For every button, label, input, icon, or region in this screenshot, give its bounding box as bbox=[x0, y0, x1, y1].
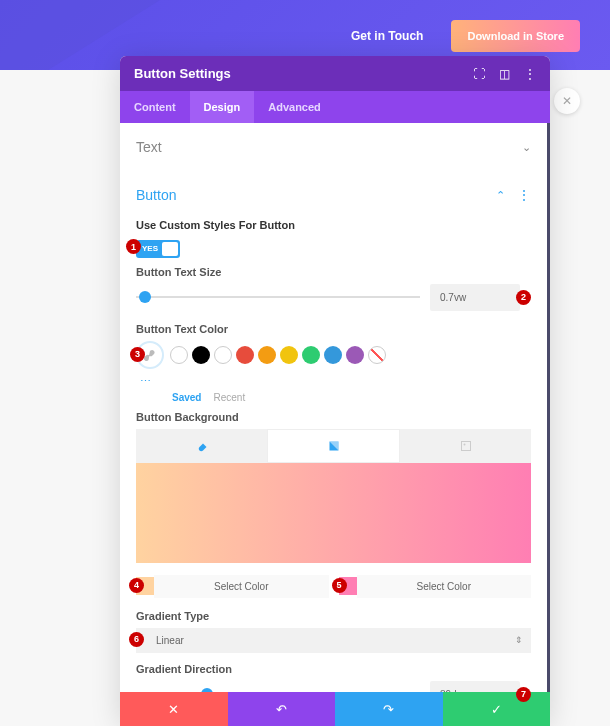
grad-type-select[interactable]: 6 Linear bbox=[136, 628, 531, 653]
modal-header: Button Settings ⛶ ◫ ⋮ bbox=[120, 56, 550, 91]
tab-design[interactable]: Design bbox=[190, 91, 255, 123]
settings-modal: Button Settings ⛶ ◫ ⋮ Content Design Adv… bbox=[120, 56, 550, 723]
get-in-touch-link[interactable]: Get in Touch bbox=[351, 29, 423, 43]
swatch-white-2[interactable] bbox=[214, 346, 232, 364]
custom-styles-label: Use Custom Styles For Button bbox=[136, 219, 531, 231]
section-text: Text ⌄ bbox=[120, 123, 547, 171]
columns-icon[interactable]: ◫ bbox=[499, 67, 510, 81]
bg-tab-gradient[interactable] bbox=[267, 429, 400, 463]
section-button-header[interactable]: Button ⌃ ⋮ bbox=[136, 179, 531, 211]
grad-end-color[interactable]: 5 Select Color bbox=[339, 575, 532, 598]
kebab-icon[interactable]: ⋮ bbox=[524, 67, 536, 81]
cancel-button[interactable]: ✕ bbox=[120, 692, 228, 726]
text-size-slider[interactable] bbox=[136, 296, 420, 298]
swatch-more-icon[interactable]: ⋯ bbox=[140, 375, 531, 388]
section-text-title: Text bbox=[136, 139, 162, 155]
section-menu-icon[interactable]: ⋮ bbox=[517, 192, 531, 198]
custom-styles-toggle[interactable]: YES bbox=[136, 240, 180, 258]
text-size-label: Button Text Size bbox=[136, 266, 531, 278]
annotation-4: 4 bbox=[129, 578, 144, 593]
grad-start-color[interactable]: 4 Select Color bbox=[136, 575, 329, 598]
svg-rect-1 bbox=[461, 441, 470, 450]
swatch-purple[interactable] bbox=[346, 346, 364, 364]
modal-body: Text ⌄ Button ⌃ ⋮ Use Custom Styles For … bbox=[120, 123, 550, 723]
image-icon bbox=[460, 440, 472, 452]
undo-button[interactable]: ↶ bbox=[228, 692, 336, 726]
expand-icon[interactable]: ⛶ bbox=[473, 67, 485, 81]
annotation-7: 7 bbox=[516, 687, 531, 702]
grad-end-label: Select Color bbox=[357, 575, 532, 598]
annotation-6: 6 bbox=[129, 632, 144, 647]
paint-icon bbox=[196, 440, 208, 452]
swatch-black[interactable] bbox=[192, 346, 210, 364]
section-button-title: Button bbox=[136, 187, 176, 203]
save-button[interactable]: ✓ bbox=[443, 692, 551, 726]
text-size-row: 0.7vw 2 bbox=[136, 284, 531, 311]
modal-header-icons: ⛶ ◫ ⋮ bbox=[473, 67, 536, 81]
tab-content[interactable]: Content bbox=[120, 91, 190, 123]
swatch-tab-saved[interactable]: Saved bbox=[172, 392, 201, 403]
slider-thumb[interactable] bbox=[139, 291, 151, 303]
modal-footer: ✕ ↶ ↷ ✓ bbox=[120, 692, 550, 726]
modal-title: Button Settings bbox=[134, 66, 231, 81]
annotation-5: 5 bbox=[332, 578, 347, 593]
grad-type-label: Gradient Type bbox=[136, 610, 531, 622]
grad-type-value: Linear bbox=[156, 635, 184, 646]
swatch-green[interactable] bbox=[302, 346, 320, 364]
section-text-header[interactable]: Text ⌄ bbox=[136, 131, 531, 163]
top-nav: Get in Touch Download in Store bbox=[351, 20, 580, 52]
redo-button[interactable]: ↷ bbox=[335, 692, 443, 726]
text-size-value[interactable]: 0.7vw bbox=[430, 284, 520, 311]
gradient-colors-row: 4 Select Color 5 Select Color bbox=[136, 575, 531, 598]
swatch-tab-recent[interactable]: Recent bbox=[213, 392, 245, 403]
svg-point-2 bbox=[463, 443, 465, 445]
toggle-knob bbox=[162, 242, 178, 256]
chevron-down-icon: ⌄ bbox=[522, 141, 531, 154]
swatch-tabs: Saved Recent bbox=[172, 392, 531, 403]
bg-label: Button Background bbox=[136, 411, 531, 423]
swatch-red[interactable] bbox=[236, 346, 254, 364]
grad-dir-label: Gradient Direction bbox=[136, 663, 531, 675]
toggle-yes-label: YES bbox=[138, 244, 162, 253]
annotation-1: 1 bbox=[126, 239, 141, 254]
text-color-label: Button Text Color bbox=[136, 323, 531, 335]
download-button[interactable]: Download in Store bbox=[451, 20, 580, 52]
annotation-3: 3 bbox=[130, 347, 145, 362]
gradient-preview bbox=[136, 463, 531, 563]
swatch-white[interactable] bbox=[170, 346, 188, 364]
section-button: Button ⌃ ⋮ Use Custom Styles For Button … bbox=[120, 171, 547, 723]
annotation-2: 2 bbox=[516, 290, 531, 305]
tab-advanced[interactable]: Advanced bbox=[254, 91, 335, 123]
swatch-orange[interactable] bbox=[258, 346, 276, 364]
bg-type-tabs bbox=[136, 429, 531, 463]
close-bubble-icon[interactable]: ✕ bbox=[554, 88, 580, 114]
bg-tab-image[interactable] bbox=[400, 429, 531, 463]
gradient-icon bbox=[328, 440, 340, 452]
swatch-blue[interactable] bbox=[324, 346, 342, 364]
modal-tabs: Content Design Advanced bbox=[120, 91, 550, 123]
swatch-row: 3 bbox=[136, 341, 531, 369]
bg-tab-color[interactable] bbox=[136, 429, 267, 463]
swatch-yellow[interactable] bbox=[280, 346, 298, 364]
swatch-none[interactable] bbox=[368, 346, 386, 364]
grad-start-label: Select Color bbox=[154, 575, 329, 598]
chevron-up-icon: ⌃ bbox=[496, 189, 505, 202]
link-icon bbox=[144, 349, 156, 361]
